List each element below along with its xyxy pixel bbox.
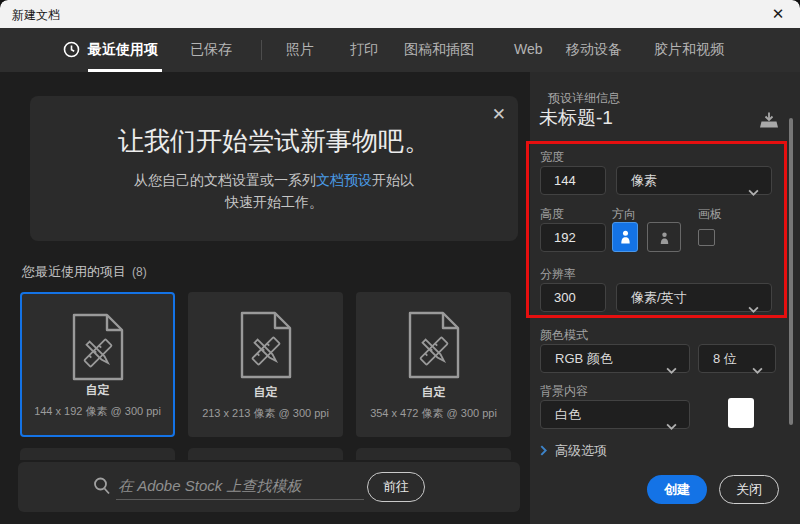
recent-item-card-partial	[20, 448, 175, 460]
height-label: 高度	[540, 206, 564, 223]
width-unit-value: 像素	[631, 173, 657, 188]
document-title: 未标题-1	[539, 105, 613, 131]
advanced-options-toggle[interactable]: 高级选项	[540, 442, 607, 460]
window-close-icon[interactable]: ✕	[764, 3, 792, 25]
hero-desc-line2: 快速开始工作。	[225, 194, 323, 210]
tab-web[interactable]: Web	[514, 41, 543, 57]
tab-saved[interactable]: 已保存	[190, 41, 232, 59]
preset-size: 213 x 213 像素 @ 300 ppi	[188, 406, 343, 421]
recent-items-count: (8)	[132, 265, 147, 279]
preset-details-panel: 预设详细信息 未标题-1 宽度 像素 高度 方向 画板 分辨率 像素/英寸	[530, 72, 800, 524]
color-mode-dropdown[interactable]: RGB 颜色	[540, 344, 690, 373]
tab-bar: 最近使用项 已保存 照片 打印 图稿和插图 Web 移动设备 胶片和视频	[0, 28, 800, 72]
tab-separator	[261, 40, 262, 60]
tab-film-video[interactable]: 胶片和视频	[654, 41, 724, 59]
tab-photo[interactable]: 照片	[286, 41, 314, 59]
clock-icon	[63, 41, 80, 62]
save-preset-icon[interactable]	[758, 112, 780, 133]
document-preset-icon	[407, 310, 461, 384]
chevron-down-icon	[752, 356, 763, 383]
recent-item-card[interactable]: 自定 144 x 192 像素 @ 300 ppi	[20, 292, 175, 437]
window-title: 新建文档	[12, 7, 60, 24]
artboard-label: 画板	[698, 206, 722, 223]
hero-banner: ✕ 让我们开始尝试新事物吧。 从您自己的文档设置或一系列文档预设开始以 快速开始…	[30, 96, 518, 241]
stock-search-input[interactable]	[116, 471, 364, 500]
preset-size: 144 x 192 像素 @ 300 ppi	[22, 404, 173, 419]
advanced-options-label: 高级选项	[555, 443, 607, 458]
chevron-down-icon	[748, 295, 759, 322]
hero-desc-text2: 开始以	[372, 172, 414, 188]
template-search-bar: 前往	[18, 462, 520, 512]
preset-size: 354 x 472 像素 @ 300 ppi	[356, 406, 511, 421]
background-value: 白色	[555, 407, 581, 422]
hero-close-icon[interactable]: ✕	[492, 104, 506, 125]
orientation-label: 方向	[612, 206, 636, 223]
preset-name: 自定	[22, 382, 173, 399]
document-preset-icon	[71, 312, 125, 386]
preset-name: 自定	[188, 384, 343, 401]
chevron-down-icon	[666, 356, 677, 383]
resolution-label: 分辨率	[540, 266, 576, 283]
background-dropdown[interactable]: 白色	[540, 400, 690, 429]
hero-title: 让我们开始尝试新事物吧。	[30, 124, 518, 159]
tab-mobile[interactable]: 移动设备	[566, 41, 622, 59]
width-unit-dropdown[interactable]: 像素	[616, 166, 772, 195]
width-input[interactable]	[540, 166, 606, 195]
resolution-unit-dropdown[interactable]: 像素/英寸	[616, 283, 772, 312]
hero-description: 从您自己的文档设置或一系列文档预设开始以 快速开始工作。	[30, 169, 518, 213]
panel-scrollbar[interactable]	[789, 118, 793, 425]
hero-desc-text: 从您自己的文档设置或一系列	[134, 172, 316, 188]
color-mode-label: 颜色模式	[540, 327, 588, 344]
recent-item-card-partial	[188, 448, 343, 460]
preset-name: 自定	[356, 384, 511, 401]
resolution-unit-value: 像素/英寸	[631, 290, 687, 305]
background-label: 背景内容	[540, 383, 588, 400]
width-label: 宽度	[540, 149, 564, 166]
orientation-portrait-button[interactable]	[612, 222, 638, 252]
color-mode-value: RGB 颜色	[555, 351, 613, 366]
document-preset-icon	[239, 310, 293, 384]
close-button[interactable]: 关闭	[719, 475, 779, 504]
tab-recent[interactable]: 最近使用项	[88, 41, 158, 59]
bit-depth-dropdown[interactable]: 8 位	[698, 344, 776, 373]
chevron-right-icon	[540, 444, 547, 459]
chevron-down-icon	[666, 412, 677, 439]
create-button[interactable]: 创建	[647, 475, 707, 504]
recent-items-heading: 您最近使用的项目(8)	[22, 263, 147, 281]
height-input[interactable]	[540, 223, 606, 252]
orientation-landscape-button[interactable]	[647, 222, 681, 252]
resolution-input[interactable]	[540, 283, 606, 312]
document-presets-link[interactable]: 文档预设	[316, 172, 372, 188]
bit-depth-value: 8 位	[713, 351, 737, 366]
recent-items-label: 您最近使用的项目	[22, 264, 126, 279]
tab-print[interactable]: 打印	[350, 41, 378, 59]
search-icon	[92, 476, 112, 500]
tab-art-illustration[interactable]: 图稿和插图	[404, 41, 474, 59]
title-bar: 新建文档 ✕	[0, 0, 800, 28]
go-button[interactable]: 前往	[367, 472, 425, 502]
artboard-checkbox[interactable]	[698, 229, 715, 246]
recent-item-card-partial	[356, 448, 511, 460]
background-color-swatch[interactable]	[728, 398, 754, 428]
chevron-down-icon	[748, 178, 759, 205]
new-document-dialog: 新建文档 ✕ 最近使用项 已保存 照片 打印 图稿和插图 Web 移动设备 胶片…	[0, 0, 800, 524]
recent-item-card[interactable]: 自定 354 x 472 像素 @ 300 ppi	[356, 292, 511, 437]
main-area: ✕ 让我们开始尝试新事物吧。 从您自己的文档设置或一系列文档预设开始以 快速开始…	[0, 72, 530, 524]
recent-item-card[interactable]: 自定 213 x 213 像素 @ 300 ppi	[188, 292, 343, 437]
